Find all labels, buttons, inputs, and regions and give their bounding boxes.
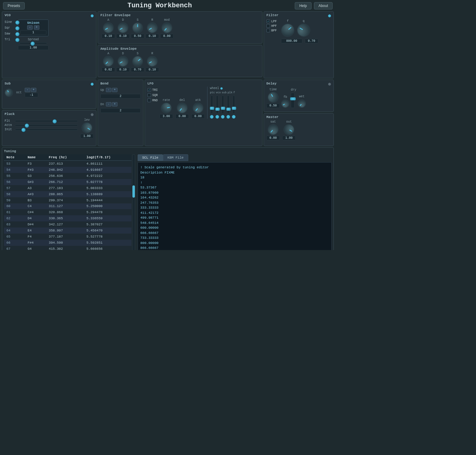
wheel-plk-slider[interactable] [227,95,229,114]
wheel-sub-slider[interactable] [222,95,224,114]
bend-up-minus-button[interactable]: - [106,88,111,92]
cell-freq: 342.127 [46,221,84,228]
pluck-power-indicator[interactable] [91,113,94,116]
fe-d-knob[interactable] [115,20,130,35]
ae-a-knob[interactable] [101,54,116,69]
vco-power-indicator[interactable] [91,14,94,17]
col-note: Note [4,154,25,161]
pluck-flt-track[interactable] [15,120,78,122]
delay-title: Delay [266,82,276,85]
lfo-sqr-checkbox[interactable] [147,93,151,97]
master-out-col: out 1.00 [282,120,296,140]
master-sat-col: sat 0.00 [266,120,280,140]
lfo-rate-knob[interactable] [160,102,173,114]
master-sat-knob[interactable] [265,122,281,138]
filter-bpf-row[interactable]: BPF [266,29,277,32]
unison-plus-button[interactable]: + [34,25,39,30]
unison-controls: - + [20,25,46,30]
delay-dry-fader[interactable] [291,93,294,108]
delay-time-knob[interactable] [265,90,280,105]
cell-name: D#4 [25,221,46,228]
vco-tri-track[interactable] [15,39,16,41]
lfo-tri-checkbox[interactable]: ✓ [147,88,151,92]
spread-track[interactable] [20,42,47,44]
wheel-ptc-slider[interactable] [211,95,213,114]
wheel-f-slider[interactable] [233,95,235,114]
wheel-dot-5[interactable] [232,115,236,119]
table-row: 66F#4394.5905.592851 [4,240,132,246]
sub-oct-minus-button[interactable]: - [25,88,30,92]
pluck-lev-knob[interactable] [79,120,94,135]
filter-lpf-row[interactable]: ✓ LPF [266,20,277,23]
tuning-table: Note Name Freq (hz) log2(f/8.17) 53F3237… [4,154,132,250]
bend-dn-minus-button[interactable]: - [106,102,111,106]
lfo-tri-row[interactable]: ✓ TRI [147,88,158,92]
tuning-scrollbar-thumb[interactable] [132,185,135,198]
filter-power-indicator[interactable] [328,14,331,17]
pluck-init-track[interactable] [15,129,78,131]
delay-wet-knob[interactable] [296,98,308,109]
cell-log: 5.194444 [84,197,132,203]
help-button[interactable]: Help [295,2,312,9]
wheel-dot-2[interactable] [215,115,219,119]
fe-a-knob[interactable] [101,20,116,35]
wheel-dot-4[interactable] [226,115,230,119]
ae-s-knob[interactable] [130,54,146,69]
kbm-file-tab[interactable]: KBM File [163,154,188,161]
filter-f-knob[interactable] [278,21,297,40]
lfo-rnd-checkbox[interactable] [147,99,151,102]
vco-sqr-track[interactable] [15,27,16,29]
master-out-value: 1.00 [282,136,296,140]
cell-log: 5.250000 [84,203,132,210]
wheel-power-dot[interactable] [220,87,223,90]
cell-log: 5.336559 [84,215,132,221]
table-row: 60C4311.1275.250000 [4,203,132,210]
vco-sine-track[interactable] [15,21,16,23]
ae-a-col: A 0.02 [102,52,115,72]
presets-button[interactable]: Presets [3,2,25,9]
master-out-knob[interactable] [281,122,296,137]
filter-q-knob[interactable] [294,21,313,39]
left-col-2: Sub oct - + -1 Pluck [2,80,96,146]
unison-minus-button[interactable]: - [27,25,33,30]
sub-level-knob[interactable] [3,87,15,98]
lfo-rnd-row[interactable]: RND [147,99,158,102]
vco-saw-row: Saw [5,32,16,35]
tuning-table-scrollbar[interactable] [132,154,135,250]
lfo-del-value: 0.00 [175,114,189,119]
fe-s-knob[interactable] [132,22,143,33]
filter-hpf-checkbox[interactable] [266,24,270,28]
filter-hpf-row[interactable]: HPF [266,24,277,28]
scl-file-tab[interactable]: SCL File [138,154,163,161]
delay-fb-knob[interactable] [279,98,291,109]
ae-r-knob[interactable] [145,54,160,69]
fe-r-knob[interactable] [145,20,160,35]
wheel-dot-1[interactable] [210,115,214,119]
lfo-del-knob[interactable] [175,100,190,116]
sub-power-indicator[interactable] [91,83,94,86]
sub-oct-plus-button[interactable]: + [31,88,36,92]
vco-saw-track[interactable] [15,33,16,35]
delay-power-indicator[interactable] [328,83,331,86]
cell-freq: 394.590 [46,240,84,246]
bend-up-plus-button[interactable]: + [112,88,117,92]
cell-note: 61 [4,209,25,215]
lfo-atk-knob[interactable] [190,100,206,116]
wheel-vco-slider[interactable] [216,95,218,114]
table-row: 64E4358.9975.456470 [4,228,132,234]
filter-bpf-checkbox[interactable] [266,29,270,32]
fe-mod-col: mod 0.00 [160,18,174,38]
cell-log: 5.592851 [84,240,132,246]
scl-text-content[interactable]: ! Scale generated by tuning editor Descr… [138,162,332,250]
fe-mod-knob[interactable] [159,20,175,36]
filter-lpf-checkbox[interactable]: ✓ [266,20,270,23]
pluck-attn-track[interactable] [15,124,78,126]
pluck-flt-label: Flt [5,119,13,123]
about-button[interactable]: About [314,2,333,9]
wheel-dot-3[interactable] [221,115,225,119]
lfo-sqr-row[interactable]: SQR [147,93,158,97]
ae-r-value: 0.10 [146,67,159,72]
bend-dn-plus-button[interactable]: + [112,102,117,106]
lfo-rnd-label: RND [152,99,158,102]
ae-d-knob[interactable] [115,54,130,69]
